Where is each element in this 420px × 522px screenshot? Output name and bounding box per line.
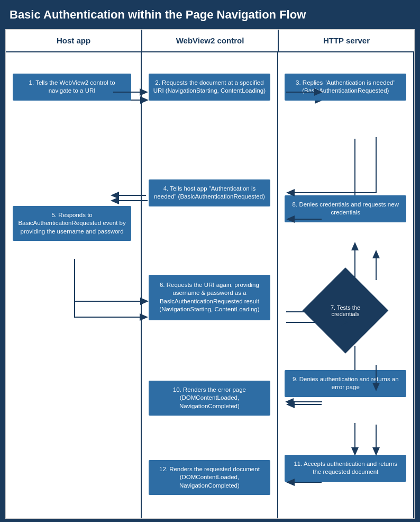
box-5: 5. Responds to BasicAuthenticationReques… xyxy=(13,206,132,241)
box-11: 11. Accepts authentication and returns t… xyxy=(285,455,406,482)
col-webview2: 2. Requests the document at a specified … xyxy=(142,52,278,518)
box-6: 6. Requests the URI again, providing use… xyxy=(149,275,270,320)
diagram-container: Host app WebView2 control HTTP server xyxy=(5,29,415,519)
box-8: 8. Denies credentials and requests new c… xyxy=(285,195,406,222)
diagram-body: 1. Tells the WebView2 control to navigat… xyxy=(6,52,414,518)
col-header-webview2: WebView2 control xyxy=(142,30,279,51)
box-2: 2. Requests the document at a specified … xyxy=(149,74,270,101)
box-12: 12. Renders the requested document (DOMC… xyxy=(149,460,270,496)
diamond-7: 7. Tests the credentials xyxy=(315,280,376,341)
box-9: 9. Denies authentication and returns an … xyxy=(285,370,406,397)
col-http-server: 3. Replies "Authentication is needed" (B… xyxy=(278,52,414,518)
col-header-host-app: Host app xyxy=(6,30,142,51)
box-4: 4. Tells host app "Authentication is nee… xyxy=(149,179,270,206)
page-title: Basic Authentication within the Page Nav… xyxy=(0,0,420,29)
box-10: 10. Renders the error page (DOMContentLo… xyxy=(149,381,270,416)
page: Basic Authentication within the Page Nav… xyxy=(0,0,420,522)
col-host-app: 1. Tells the WebView2 control to navigat… xyxy=(6,52,142,518)
column-headers: Host app WebView2 control HTTP server xyxy=(6,30,414,52)
col-header-http-server: HTTP server xyxy=(279,30,414,51)
box-1: 1. Tells the WebView2 control to navigat… xyxy=(13,74,132,101)
box-3: 3. Replies "Authentication is needed" (B… xyxy=(285,74,406,101)
